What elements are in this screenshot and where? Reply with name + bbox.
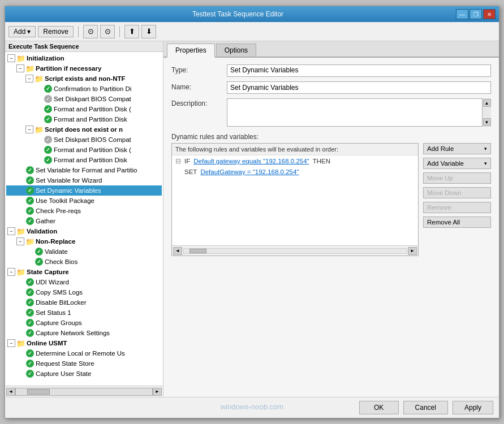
remove-all-button[interactable]: Remove All [423, 217, 491, 228]
minimize-button[interactable]: — [456, 9, 468, 19]
tree-item-script-not[interactable]: −📁Script does not exist or n [6, 124, 162, 135]
ok-button[interactable]: OK [359, 401, 399, 414]
move-up-button[interactable]: Move Up [423, 172, 491, 184]
tree-item-diskpart-bios1[interactable]: ✓Set Diskpart BIOS Compat [6, 94, 162, 104]
tree-item-format1[interactable]: ✓Format and Partition Disk ( [6, 104, 162, 114]
tree-item-udi-wizard[interactable]: ✓UDI Wizard [6, 277, 162, 287]
tree-item-determine[interactable]: ✓Determine Local or Remote Us [6, 348, 162, 358]
tree-item-label: Copy SMS Logs [36, 289, 83, 296]
expand-button[interactable]: − [25, 75, 33, 83]
title-bar: Testtest Task Sequence Editor — ❐ ✕ [5, 6, 499, 22]
tree-item-part[interactable]: −📁Partition if necessary [6, 63, 162, 73]
expand-button[interactable]: − [25, 126, 33, 133]
green-check-icon: ✓ [25, 186, 35, 195]
scroll-left-arrow[interactable]: ◄ [6, 388, 15, 396]
task-sequence-tree[interactable]: −📁Initialization−📁Partition if necessary… [5, 52, 163, 386]
tree-item-check-bios[interactable]: ✓Check Bios [6, 257, 162, 267]
rules-scroll-track[interactable] [183, 248, 407, 254]
tree-item-label: Check Pre-reqs [36, 207, 81, 214]
name-input[interactable] [227, 81, 491, 94]
folder-blue-icon: 📁 [35, 125, 44, 134]
tree-item-format3[interactable]: ✓Format and Partition Disk ( [6, 145, 162, 155]
horizontal-scrollbar[interactable] [15, 388, 153, 396]
folder-orange-icon: 📁 [16, 267, 25, 276]
expand-button[interactable]: − [16, 64, 24, 72]
tree-item-set-dynamic[interactable]: ✓Set Dynamic Variables [6, 185, 162, 196]
tree-item-diskpart-bios2[interactable]: ✓Set Diskpart BIOS Compat [6, 135, 162, 145]
tree-item-label: Partition if necessary [36, 65, 101, 72]
back-icon-button[interactable]: ⊙ [83, 25, 98, 38]
tree-item-label: Request State Store [36, 360, 94, 367]
minus-icon[interactable]: ⊟ [175, 157, 181, 165]
tree-item-capture-network[interactable]: ✓Capture Network Settings [6, 328, 162, 338]
tab-options[interactable]: Options [216, 44, 256, 57]
move-down-button[interactable]: Move Down [423, 187, 491, 198]
tab-properties[interactable]: Properties [167, 44, 215, 58]
add-button[interactable]: Add ▾ [8, 26, 36, 37]
tree-item-set-status[interactable]: ✓Set Status 1 [6, 308, 162, 318]
tree-item-label: Set Diskpart BIOS Compat [54, 136, 131, 143]
tree-item-script-ne[interactable]: −📁Script exists and non-NTF [6, 73, 162, 84]
tree-item-state-cap[interactable]: −📁State Capture [6, 267, 162, 277]
tree-item-online-usmt[interactable]: −📁Online USMT [6, 338, 162, 348]
add-arrow: ▾ [27, 28, 31, 36]
tree-item-validate[interactable]: ✓Validate [6, 246, 162, 257]
tree-item-label: Confirmation to Partition Di [54, 85, 131, 92]
tree-item-use-toolkit[interactable]: ✓Use Toolkit Package [6, 196, 162, 206]
tree-item-capture-user[interactable]: ✓Capture User State [6, 369, 162, 379]
move-up-icon-button[interactable]: ⬆ [124, 25, 139, 38]
watermark: windows-noob.com [221, 403, 283, 411]
right-panel: Properties Options Type: Set Dynamic Var… [163, 41, 499, 397]
expand-button[interactable]: − [7, 339, 15, 347]
add-rule-button[interactable]: Add Rule ▾ [423, 143, 491, 154]
tree-item-label: Validation [27, 228, 57, 235]
dynamic-rules-header: Dynamic rules and variables: [171, 133, 491, 141]
scroll-right-arrow[interactable]: ► [153, 388, 162, 396]
forward-icon-button[interactable]: ⊙ [100, 25, 115, 38]
tree-item-set-var-wizard[interactable]: ✓Set Variable for Wizard [6, 175, 162, 185]
expand-button[interactable]: − [7, 54, 15, 62]
desc-scroll-down[interactable]: ▼ [483, 118, 491, 126]
tree-item-label: Capture User State [36, 370, 91, 377]
description-input[interactable] [227, 98, 491, 127]
rules-scroll-right[interactable]: ► [408, 247, 417, 255]
tree-item-label: Gather [36, 218, 55, 224]
rules-scroll-thumb [189, 249, 206, 253]
remove-button[interactable]: Remove [38, 26, 74, 37]
rules-scroll-left[interactable]: ◄ [173, 247, 182, 255]
rule-variable-link[interactable]: DefautGateway = "192.168.0.254" [200, 168, 299, 175]
tree-item-capture-groups[interactable]: ✓Capture Groups [6, 318, 162, 328]
cancel-button[interactable]: Cancel [403, 401, 448, 414]
close-button[interactable]: ✕ [483, 9, 496, 19]
add-variable-button[interactable]: Add Variable ▾ [423, 158, 491, 169]
apply-button[interactable]: Apply [453, 401, 493, 414]
desc-scroll-up[interactable]: ▲ [483, 99, 491, 107]
tree-item-disable-bitlocker[interactable]: ✓Disable BitLocker [6, 297, 162, 308]
tree-item-copy-sms[interactable]: ✓Copy SMS Logs [6, 287, 162, 297]
tree-item-format4[interactable]: ✓Format and Partition Disk [6, 155, 162, 165]
type-row: Type: Set Dynamic Variables [171, 64, 491, 77]
tree-item-init[interactable]: −📁Initialization [6, 53, 162, 63]
rule-condition-link[interactable]: Default gateway equals "192.168.0.254" [193, 158, 309, 165]
tree-item-format2[interactable]: ✓Format and Partition Disk [6, 114, 162, 124]
expand-button[interactable]: − [7, 227, 15, 235]
rules-hscroll: ◄ ► [172, 245, 418, 256]
tree-item-label: Initialization [27, 55, 64, 62]
expand-button[interactable]: − [7, 268, 15, 276]
tree-item-non-replace[interactable]: −📁Non-Replace [6, 236, 162, 246]
tree-item-confirm[interactable]: ✓Confirmation to Partition Di [6, 84, 162, 94]
tree-item-gather[interactable]: ✓Gather [6, 216, 162, 226]
tree-item-check-prereqs[interactable]: ✓Check Pre-reqs [6, 206, 162, 216]
add-variable-arrow: ▾ [484, 161, 487, 166]
tree-item-set-var-format[interactable]: ✓Set Variable for Format and Partitio [6, 165, 162, 175]
tree-item-label: Script exists and non-NTF [45, 75, 126, 82]
move-down-icon-button[interactable]: ⬇ [141, 25, 156, 38]
tree-item-request-state[interactable]: ✓Request State Store [6, 358, 162, 369]
tree-item-label: UDI Wizard [36, 279, 69, 285]
remove-button[interactable]: Remove [423, 202, 491, 213]
expand-button[interactable]: − [16, 237, 24, 245]
add-rule-arrow: ▾ [484, 146, 487, 152]
tree-item-validation[interactable]: −📁Validation [6, 226, 162, 236]
toolbar-separator-1 [78, 26, 79, 37]
restore-button[interactable]: ❐ [469, 9, 482, 19]
